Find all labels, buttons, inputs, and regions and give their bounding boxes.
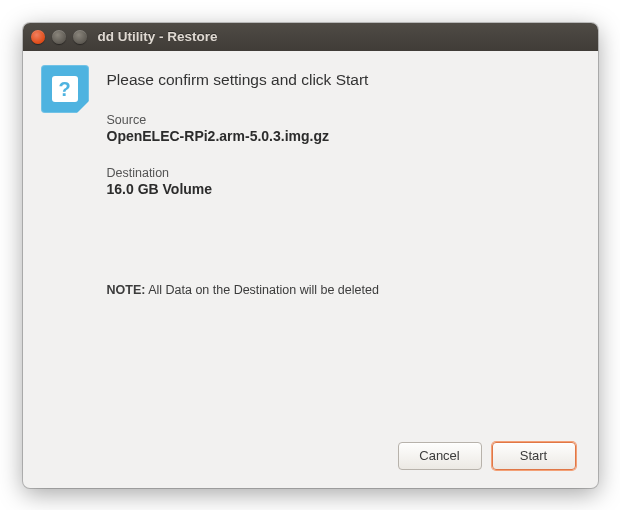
window-close-button[interactable] xyxy=(31,30,45,44)
window-minimize-button[interactable] xyxy=(52,30,66,44)
window-title: dd Utility - Restore xyxy=(98,29,218,44)
note-text: All Data on the Destination will be dele… xyxy=(145,283,378,297)
button-row: Cancel Start xyxy=(41,436,580,474)
window-maximize-button[interactable] xyxy=(73,30,87,44)
source-label: Source xyxy=(107,113,580,127)
titlebar: dd Utility - Restore xyxy=(23,23,598,51)
start-button[interactable]: Start xyxy=(492,442,576,470)
dialog-heading: Please confirm settings and click Start xyxy=(107,71,580,89)
warning-note: NOTE: All Data on the Destination will b… xyxy=(107,283,580,297)
question-icon: ? xyxy=(41,65,89,113)
source-value: OpenELEC-RPi2.arm-5.0.3.img.gz xyxy=(107,128,580,144)
dialog-content: ? Please confirm settings and click Star… xyxy=(23,51,598,488)
destination-value: 16.0 GB Volume xyxy=(107,181,580,197)
dialog-window: dd Utility - Restore ? Please confirm se… xyxy=(23,23,598,488)
destination-label: Destination xyxy=(107,166,580,180)
cancel-button[interactable]: Cancel xyxy=(398,442,482,470)
note-prefix: NOTE: xyxy=(107,283,146,297)
